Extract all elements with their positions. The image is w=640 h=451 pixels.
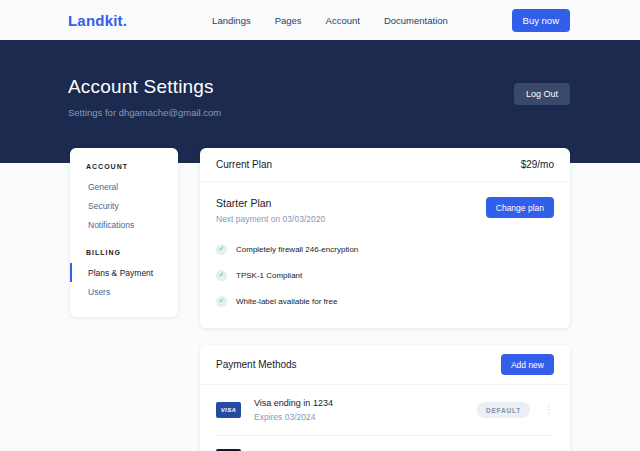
card-expiry: Expires 03/2024 xyxy=(254,412,477,422)
plan-features-list: ✓ Completely firewall 246-encryption ✓ T… xyxy=(200,224,570,328)
sidebar-item-general[interactable]: General xyxy=(70,177,178,196)
content-area: Account General Security Notifications B… xyxy=(0,148,640,451)
table-row: VISA Visa ending in 1234 Expires 03/2024… xyxy=(216,385,554,436)
table-row: Mastercard ending in 1234 ⋮ xyxy=(216,436,554,451)
feature-label: TPSK-1 Compliant xyxy=(236,271,302,280)
feature-label: White-label available for free xyxy=(236,297,337,306)
sidebar-section-account: Account xyxy=(70,163,178,170)
payment-methods-header: Payment Methods Add new xyxy=(200,345,570,385)
card-title: Visa ending in 1234 xyxy=(254,398,477,408)
list-item: ✓ White-label available for free xyxy=(216,288,554,314)
nav-item-documentation[interactable]: Documentation xyxy=(384,15,448,26)
sidebar-item-security[interactable]: Security xyxy=(70,196,178,215)
list-item: ✓ TPSK-1 Compliant xyxy=(216,262,554,288)
plan-price: $29/mo xyxy=(521,159,554,170)
plan-body: Starter Plan Next payment on 03/03/2020 … xyxy=(200,182,570,224)
payment-methods-card: Payment Methods Add new VISA Visa ending… xyxy=(200,345,570,451)
sidebar-item-notifications[interactable]: Notifications xyxy=(70,215,178,234)
card-info: Visa ending in 1234 Expires 03/2024 xyxy=(254,398,477,422)
visa-card-icon: VISA xyxy=(216,402,241,418)
page-subtitle: Settings for dhgamache@gmail.com xyxy=(68,107,221,118)
plan-info: Starter Plan Next payment on 03/03/2020 xyxy=(216,197,325,224)
sidebar-item-plans-payment[interactable]: Plans & Payment xyxy=(70,263,178,282)
nav-item-landings[interactable]: Landings xyxy=(212,15,251,26)
sidebar-section-billing: Billing xyxy=(70,249,178,256)
status-badge: DEFAULT xyxy=(477,402,530,418)
feature-label: Completely firewall 246-encryption xyxy=(236,245,358,254)
plan-next-payment: Next payment on 03/03/2020 xyxy=(216,214,325,224)
check-icon: ✓ xyxy=(216,270,227,281)
current-plan-header: Current Plan $29/mo xyxy=(200,148,570,182)
payment-methods-title: Payment Methods xyxy=(216,359,297,370)
plan-name: Starter Plan xyxy=(216,197,325,209)
sidebar-item-users[interactable]: Users xyxy=(70,282,178,301)
visa-card-label: VISA xyxy=(221,407,237,413)
current-plan-title: Current Plan xyxy=(216,159,272,170)
nav-item-account[interactable]: Account xyxy=(326,15,360,26)
more-options-icon[interactable]: ⋮ xyxy=(544,405,554,415)
nav-menu: Landings Pages Account Documentation xyxy=(212,15,511,26)
brand-logo[interactable]: Landkit. xyxy=(68,12,127,29)
buy-now-button[interactable]: Buy now xyxy=(512,9,570,32)
list-item: ✓ Completely firewall 246-encryption xyxy=(216,236,554,262)
change-plan-button[interactable]: Change plan xyxy=(486,197,554,218)
settings-main-column: Current Plan $29/mo Starter Plan Next pa… xyxy=(200,148,570,451)
page-header: Account Settings Settings for dhgamache@… xyxy=(0,40,640,163)
settings-sidebar: Account General Security Notifications B… xyxy=(70,148,178,317)
page-header-text: Account Settings Settings for dhgamache@… xyxy=(68,76,221,118)
check-icon: ✓ xyxy=(216,296,227,307)
logout-button[interactable]: Log Out xyxy=(514,83,570,105)
current-plan-card: Current Plan $29/mo Starter Plan Next pa… xyxy=(200,148,570,328)
check-icon: ✓ xyxy=(216,244,227,255)
page-title: Account Settings xyxy=(68,76,221,98)
top-navbar: Landkit. Landings Pages Account Document… xyxy=(0,0,640,40)
nav-item-pages[interactable]: Pages xyxy=(275,15,302,26)
add-new-button[interactable]: Add new xyxy=(501,354,554,375)
payment-methods-list: VISA Visa ending in 1234 Expires 03/2024… xyxy=(200,385,570,451)
